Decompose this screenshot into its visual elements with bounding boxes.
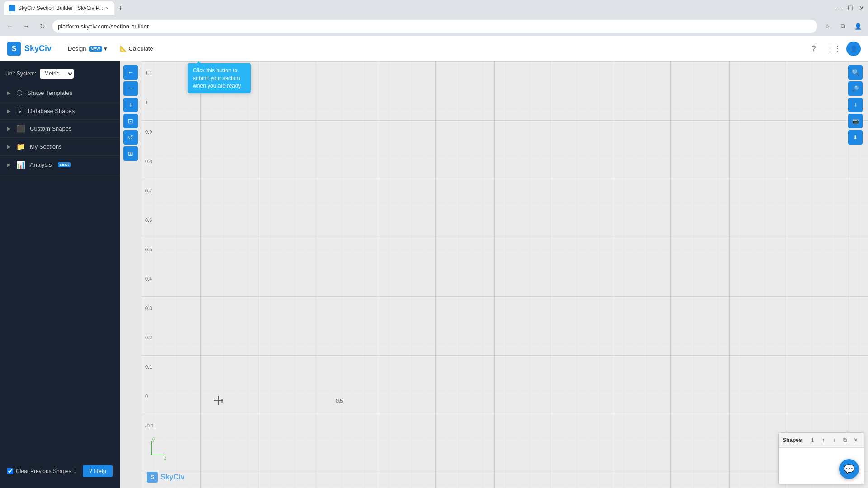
extensions-icon[interactable]: ⧉	[836, 20, 849, 33]
logo-area: S SkyCiv	[7, 42, 52, 56]
analysis-icon: 📊	[16, 160, 25, 169]
help-btn[interactable]: ? Help	[83, 465, 113, 477]
sidebar-item-database-shapes[interactable]: ▶ 🗄 Database Shapes	[0, 102, 120, 120]
sidebar-item-analysis[interactable]: ▶ 📊 Analysis BETA	[0, 156, 120, 174]
canvas-logo: S SkyCiv	[147, 472, 184, 483]
y-label-1: 1	[145, 100, 148, 105]
y-label-09: 0.9	[145, 129, 152, 135]
x-label-05: 0.5	[336, 398, 343, 404]
logo-text: SkyCiv	[24, 44, 52, 53]
tab-title: SkyCiv Section Builder | SkyCiv P...	[18, 5, 103, 11]
canvas-area: ← → + ⊡ ↺ ⊞	[120, 61, 868, 488]
address-input[interactable]	[52, 20, 817, 33]
toolbar-pan-left-btn[interactable]: ←	[123, 65, 138, 80]
shapes-up-icon[interactable]: ↑	[819, 436, 828, 445]
apps-icon-btn[interactable]: ⋮⋮	[826, 42, 841, 56]
submit-tooltip: Click this button to submit your section…	[188, 63, 251, 93]
toolbar-grid-btn[interactable]: ⊡	[123, 114, 138, 128]
my-sections-icon: 📁	[16, 142, 25, 151]
right-toolbar: 🔍 🔎 + 📷 ⬇	[848, 65, 863, 145]
svg-rect-2	[142, 61, 868, 488]
toolbar-rotate-btn[interactable]: ↺	[123, 130, 138, 145]
user-avatar[interactable]: 👤	[846, 42, 861, 56]
toolbar-pan-right-btn[interactable]: →	[123, 81, 138, 96]
clear-shapes-checkbox[interactable]	[7, 468, 13, 474]
window-controls: — ☐ ✕	[836, 5, 864, 12]
y-label-08: 0.8	[145, 159, 152, 164]
zoom-out-btn[interactable]: 🔎	[848, 81, 863, 96]
sidebar-label-analysis: Analysis	[30, 161, 52, 168]
new-tab-btn[interactable]: +	[114, 2, 127, 14]
chevron-icon: ▶	[7, 126, 11, 131]
profile-icon[interactable]: 👤	[852, 20, 864, 33]
clear-shapes-row: Clear Previous Shapes ℹ	[7, 468, 76, 474]
back-btn[interactable]: ←	[4, 20, 16, 33]
y-label-neg01: -0.1	[145, 423, 154, 428]
sidebar-label-my-sections: My Sections	[30, 143, 62, 150]
y-label-03: 0.3	[145, 305, 152, 311]
maximize-btn[interactable]: ☐	[848, 5, 854, 12]
address-icons: ☆ ⧉ 👤	[821, 20, 864, 33]
tab-close-btn[interactable]: ×	[106, 5, 108, 11]
canvas-logo-icon: S	[147, 472, 158, 483]
svg-text:y: y	[152, 437, 155, 442]
unit-label: Unit System:	[5, 70, 36, 77]
address-bar: ← → ↻ ☆ ⧉ 👤	[0, 16, 868, 36]
clear-shapes-label: Clear Previous Shapes	[16, 468, 71, 474]
sidebar-label-shape-templates: Shape Templates	[27, 89, 72, 96]
sidebar: Unit System: Metric Imperial ▶ ⬡ Shape T…	[0, 61, 120, 488]
calculate-label: Calculate	[129, 45, 153, 52]
y-label-06: 0.6	[145, 217, 152, 223]
unit-system-row: Unit System: Metric Imperial	[0, 67, 120, 84]
sidebar-label-database-shapes: Database Shapes	[28, 108, 75, 114]
app-body: Unit System: Metric Imperial ▶ ⬡ Shape T…	[0, 61, 868, 488]
unit-select[interactable]: Metric Imperial	[40, 69, 74, 79]
x-label-0: 0	[221, 398, 223, 404]
sidebar-item-my-sections[interactable]: ▶ 📁 My Sections	[0, 138, 120, 156]
grid-canvas: 1.1 1 0.9 0.8 0.7 0.6 0.5 0.4 0.3 0.2 0.…	[142, 61, 868, 488]
chevron-icon: ▶	[7, 162, 11, 167]
screenshot-btn[interactable]: 📷	[848, 114, 863, 128]
sidebar-item-custom-shapes[interactable]: ▶ ⬛ Custom Shapes	[0, 120, 120, 138]
y-label-0: 0	[145, 394, 148, 399]
y-label-01: 0.1	[145, 364, 152, 370]
chat-bubble[interactable]: 💬	[839, 459, 859, 479]
app-header: S SkyCiv Design NEW ▾ 📐 Calculate Click …	[0, 36, 868, 61]
tab-favicon	[9, 5, 15, 11]
download-btn[interactable]: ⬇	[848, 130, 863, 145]
design-btn[interactable]: Design NEW ▾	[62, 42, 112, 55]
close-btn[interactable]: ✕	[859, 5, 864, 12]
shape-templates-icon: ⬡	[16, 89, 23, 97]
fit-view-btn[interactable]: +	[848, 98, 863, 112]
browser-tab[interactable]: SkyCiv Section Builder | SkyCiv P... ×	[4, 1, 114, 15]
toolbar-settings-btn[interactable]: ⊞	[123, 146, 138, 161]
shapes-panel-title: Shapes	[783, 437, 806, 443]
shapes-info-icon[interactable]: ℹ	[808, 436, 817, 445]
zoom-in-btn[interactable]: 🔍	[848, 65, 863, 80]
sidebar-bottom: Clear Previous Shapes ℹ ? Help	[0, 460, 120, 483]
beta-badge: BETA	[58, 162, 70, 167]
bookmark-icon[interactable]: ☆	[821, 20, 834, 33]
chat-icon: 💬	[844, 464, 855, 474]
chevron-icon: ▶	[7, 144, 11, 149]
shapes-down-icon[interactable]: ↓	[830, 436, 839, 445]
sidebar-label-custom-shapes: Custom Shapes	[30, 125, 72, 132]
calculate-icon: 📐	[120, 45, 127, 52]
left-toolbar: ← → + ⊡ ↺ ⊞	[123, 65, 138, 161]
shapes-close-icon[interactable]: ✕	[851, 436, 860, 445]
design-label: Design	[68, 45, 86, 52]
help-icon-btn[interactable]: ?	[807, 42, 821, 56]
database-shapes-icon: 🗄	[16, 107, 24, 115]
calculate-btn[interactable]: 📐 Calculate	[114, 42, 159, 55]
forward-btn[interactable]: →	[20, 20, 33, 33]
chevron-icon: ▶	[7, 108, 11, 113]
chevron-icon: ▶	[7, 90, 11, 95]
shapes-copy-icon[interactable]: ⧉	[840, 436, 849, 445]
minimize-btn[interactable]: —	[836, 5, 842, 12]
coord-axis: y z	[147, 437, 170, 461]
reload-btn[interactable]: ↻	[36, 20, 49, 33]
sidebar-item-shape-templates[interactable]: ▶ ⬡ Shape Templates	[0, 84, 120, 102]
toolbar-add-btn[interactable]: +	[123, 98, 138, 112]
y-label-02: 0.2	[145, 335, 152, 340]
header-right: ? ⋮⋮ 👤	[807, 42, 861, 56]
